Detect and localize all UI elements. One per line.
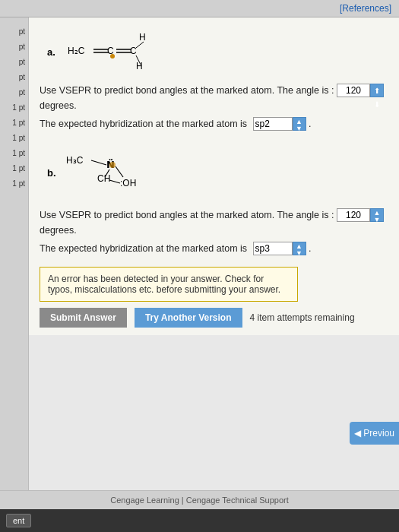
sidebar-row: pt [0,86,28,100]
section-b: b. H₃C N̈ CH [40,142,388,256]
svg-line-20 [116,166,123,177]
svg-text::OH: :OH [120,178,136,188]
button-row: Submit Answer Try Another Version 4 item… [40,308,388,328]
error-message: An error has been detected in your answe… [48,274,280,295]
svg-line-19 [109,180,120,183]
sidebar-row: 1 pt [0,162,28,176]
taskbar: ent [0,509,399,532]
svg-text:H₃C: H₃C [66,155,84,166]
svg-text:H: H [139,32,146,43]
svg-point-11 [110,54,115,59]
error-box: An error has been detected in your answe… [40,267,298,302]
sidebar-row: 1 pt [0,116,28,130]
section-b-question2: The expected hybridization at the marked… [40,241,388,256]
molecule-b-container: b. H₃C N̈ CH [47,142,388,203]
cengage-learning-link[interactable]: Cengage Learning [110,496,179,505]
section-a-label: a. [47,46,55,58]
angle-spinner-a[interactable]: ⬆⬇ [370,84,384,97]
sidebar-row: pt [0,55,28,69]
svg-text:CH: CH [97,173,110,184]
section-a-question1: Use VSEPR to predict bond angles at the … [40,83,388,113]
submit-button[interactable]: Submit Answer [40,308,127,328]
section-a: a. H₂C C C [40,25,388,131]
molecule-a-container: a. H₂C C C [47,25,388,78]
molecule-b-svg: H₃C N̈ CH :OH [62,142,176,203]
cengage-support-link[interactable]: Cengage Technical Support [186,496,289,505]
hybridization-input-b[interactable] [253,242,293,255]
section-b-label: b. [47,167,56,179]
sidebar-row: pt [0,25,28,39]
svg-line-8 [136,42,144,48]
sidebar-row: pt [0,40,28,54]
hybridization-spinner-b[interactable]: ▲▼ [293,242,306,255]
svg-line-13 [91,160,106,165]
hybridization-input-a[interactable] [253,117,293,131]
sidebar-row: 1 pt [0,147,28,160]
sidebar-row: pt [0,71,28,84]
references-link[interactable]: [References] [340,3,391,14]
try-another-button[interactable]: Try Another Version [135,308,242,328]
angle-input-b[interactable] [337,208,370,222]
sidebar-row: 1 pt [0,131,28,145]
section-b-question1: Use VSEPR to predict bond angles at the … [40,207,388,238]
left-sidebar: pt pt pt pt pt 1 pt 1 pt 1 pt 1 pt 1 pt … [0,17,29,490]
angle-input-a[interactable] [337,84,370,97]
sidebar-row: 1 pt [0,177,28,191]
footer: Cengage Learning | Cengage Technical Sup… [0,490,399,509]
hybridization-spinner-a[interactable]: ▲▼ [293,117,306,131]
content-area: a. H₂C C C [29,17,399,335]
svg-text:C: C [130,46,137,56]
svg-point-15 [109,162,116,168]
taskbar-button[interactable]: ent [6,514,31,527]
svg-text:H₂C: H₂C [68,46,85,56]
molecule-a-svg: H₂C C C H [62,25,168,78]
angle-spinner-b[interactable]: ▲▼ [370,208,384,222]
attempts-text: 4 item attempts remaining [250,312,355,323]
section-a-question2: The expected hybridization at the marked… [40,116,388,131]
previous-button[interactable]: ◀ Previou [350,422,399,445]
sidebar-row: 1 pt [0,101,28,115]
